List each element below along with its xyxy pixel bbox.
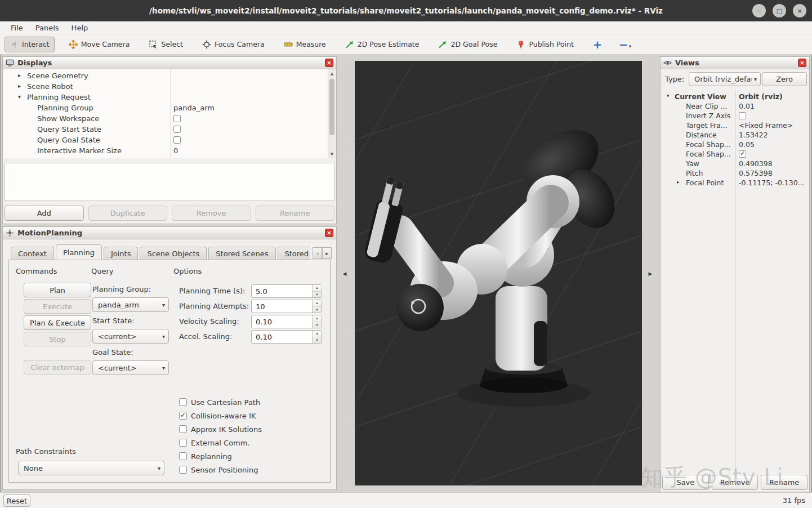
right-splitter-handle[interactable]: ▶	[646, 269, 654, 279]
spin-down-icon[interactable]: ▾	[313, 337, 322, 344]
sensor-positioning-checkbox[interactable]	[179, 466, 187, 474]
spin-up-icon[interactable]: ▴	[313, 331, 322, 337]
planning-attempts-field[interactable]	[252, 300, 312, 313]
planning-time-field[interactable]	[252, 285, 312, 297]
spin-down-icon[interactable]: ▾	[313, 322, 322, 328]
goal-state-select[interactable]: <current> ▾	[92, 360, 169, 375]
scrollbar-thumb[interactable]	[329, 79, 334, 135]
rename-button[interactable]: Rename	[256, 206, 335, 221]
tree-row-scene-geometry[interactable]: ▸ Scene Geometry	[3, 71, 336, 82]
expander-icon[interactable]: ▾	[667, 93, 670, 99]
tool-interact[interactable]: ☝ Interact	[5, 37, 55, 52]
tab-stored-states[interactable]: Stored Sta	[278, 247, 311, 260]
tab-joints[interactable]: Joints	[104, 247, 139, 260]
3d-viewport[interactable]	[355, 61, 642, 485]
row-value[interactable]: <Fixed Frame>	[739, 121, 793, 130]
tab-scroll-left-button[interactable]: ◂	[313, 247, 322, 259]
remove-view-button[interactable]: Remove	[712, 475, 759, 490]
plan-and-execute-button[interactable]: Plan & Execute	[24, 315, 91, 330]
motionplanning-close-button[interactable]: ×	[325, 229, 333, 237]
remove-tool-button[interactable]: −▾	[616, 38, 634, 51]
focal-shape-checkbox[interactable]	[739, 150, 746, 158]
view-type-select[interactable]: Orbit (rviz_defau ▾	[689, 72, 761, 86]
row-value[interactable]: 0	[173, 146, 178, 155]
views-row-yaw[interactable]: Yaw 0.490398	[661, 159, 809, 168]
tool-2d-pose-estimate[interactable]: 2D Pose Estimate	[340, 37, 425, 52]
left-splitter-handle[interactable]: ◀	[341, 269, 349, 279]
views-row-focal-shape-fixed[interactable]: Focal Shap...	[661, 149, 809, 159]
path-constraints-select[interactable]: None ▾	[18, 461, 164, 475]
tab-scene-objects[interactable]: Scene Objects	[140, 247, 207, 260]
row-value[interactable]: -0.11175; -0.130...	[739, 179, 805, 187]
duplicate-button[interactable]: Duplicate	[88, 206, 168, 221]
row-value[interactable]: 0.05	[739, 140, 755, 149]
remove-button[interactable]: Remove	[172, 206, 251, 221]
tool-move-camera[interactable]: Move Camera	[64, 37, 135, 52]
accel-scaling-field[interactable]	[252, 331, 312, 343]
spin-down-icon[interactable]: ▾	[313, 292, 322, 298]
stop-button[interactable]: Stop	[24, 332, 91, 346]
tool-publish-point[interactable]: Publish Point	[511, 37, 579, 52]
row-value[interactable]: 0.01	[739, 102, 755, 110]
row-value[interactable]: 0.575398	[739, 169, 773, 177]
views-close-button[interactable]: ×	[798, 59, 806, 67]
expander-icon[interactable]: ▸	[18, 83, 21, 89]
views-row-focal-shape-size[interactable]: Focal Shap... 0.05	[661, 140, 809, 149]
rename-view-button[interactable]: Rename	[761, 475, 807, 490]
menu-item-help[interactable]: Help	[65, 23, 95, 33]
planning-time-input[interactable]: ▴▾	[251, 284, 322, 298]
spin-up-icon[interactable]: ▴	[313, 300, 322, 307]
collision-aware-ik-checkbox[interactable]	[179, 412, 187, 420]
tree-row-planning-group[interactable]: Planning Group panda_arm	[3, 103, 336, 114]
spinner-buttons[interactable]: ▴▾	[312, 300, 322, 313]
external-comm-checkbox[interactable]	[179, 439, 187, 447]
tab-stored-scenes[interactable]: Stored Scenes	[208, 247, 275, 260]
expander-icon[interactable]: ▾	[18, 93, 21, 100]
plan-button[interactable]: Plan	[24, 283, 91, 297]
spinner-buttons[interactable]: ▴▾	[312, 315, 322, 328]
views-row-target-frame[interactable]: Target Fra... <Fixed Frame>	[661, 121, 809, 130]
spin-up-icon[interactable]: ▴	[313, 315, 322, 322]
tree-row-planning-request[interactable]: ▾ Planning Request	[3, 92, 336, 103]
tree-row-show-workspace[interactable]: Show Workspace	[3, 114, 336, 124]
spinner-buttons[interactable]: ▴▾	[312, 285, 322, 297]
tree-row-query-start-state[interactable]: Query Start State	[3, 124, 336, 135]
tab-context[interactable]: Context	[11, 247, 54, 260]
row-value[interactable]: panda_arm	[173, 104, 215, 112]
views-row-pitch[interactable]: Pitch 0.575398	[661, 168, 809, 178]
row-value[interactable]: 1.53422	[739, 131, 768, 139]
row-value[interactable]: 0.490398	[739, 159, 773, 168]
views-row-invert-z-axis[interactable]: Invert Z Axis	[661, 111, 809, 121]
zero-button[interactable]: Zero	[762, 72, 807, 86]
replanning-checkbox[interactable]	[179, 452, 187, 460]
save-view-button[interactable]: Save	[662, 475, 709, 490]
scroll-down-icon[interactable]: ▼	[328, 150, 336, 158]
menu-item-panels[interactable]: Panels	[29, 23, 65, 33]
add-tool-button[interactable]: +	[588, 38, 607, 51]
query-goal-state-checkbox[interactable]	[173, 136, 181, 144]
start-state-select[interactable]: <current> ▾	[92, 329, 169, 344]
tab-scroll-right-button[interactable]: ▸	[322, 247, 332, 259]
spinner-buttons[interactable]: ▴▾	[312, 331, 322, 343]
scroll-up-icon[interactable]: ▲	[328, 70, 336, 77]
use-cartesian-path-checkbox[interactable]	[179, 398, 187, 406]
spin-up-icon[interactable]: ▴	[313, 285, 322, 292]
tab-planning[interactable]: Planning	[56, 244, 102, 260]
displays-scrollbar[interactable]: ▲ ▼	[328, 69, 336, 158]
close-button[interactable]: ×	[793, 4, 806, 17]
tool-select[interactable]: Select	[144, 37, 188, 52]
accel-scaling-input[interactable]: ▴▾	[251, 330, 322, 344]
planning-attempts-input[interactable]: ▴▾	[251, 300, 322, 313]
views-row-current-view[interactable]: ▾ Current View Orbit (rviz)	[661, 92, 809, 101]
maximize-button[interactable]: □	[773, 4, 786, 17]
clear-octomap-button[interactable]: Clear octomap	[24, 360, 91, 375]
tool-measure[interactable]: Measure	[279, 37, 331, 52]
tool-2d-goal-pose[interactable]: 2D Goal Pose	[433, 37, 502, 52]
query-start-state-checkbox[interactable]	[173, 126, 181, 133]
views-row-focal-point[interactable]: ▸ Focal Point -0.11175; -0.130...	[661, 178, 809, 188]
tree-row-interactive-marker-size[interactable]: Interactive Marker Size 0	[3, 146, 336, 157]
tool-focus-camera[interactable]: Focus Camera	[197, 37, 270, 52]
invert-z-axis-checkbox[interactable]	[739, 112, 746, 119]
tree-row-scene-robot[interactable]: ▸ Scene Robot	[3, 82, 336, 92]
add-button[interactable]: Add	[5, 206, 84, 221]
